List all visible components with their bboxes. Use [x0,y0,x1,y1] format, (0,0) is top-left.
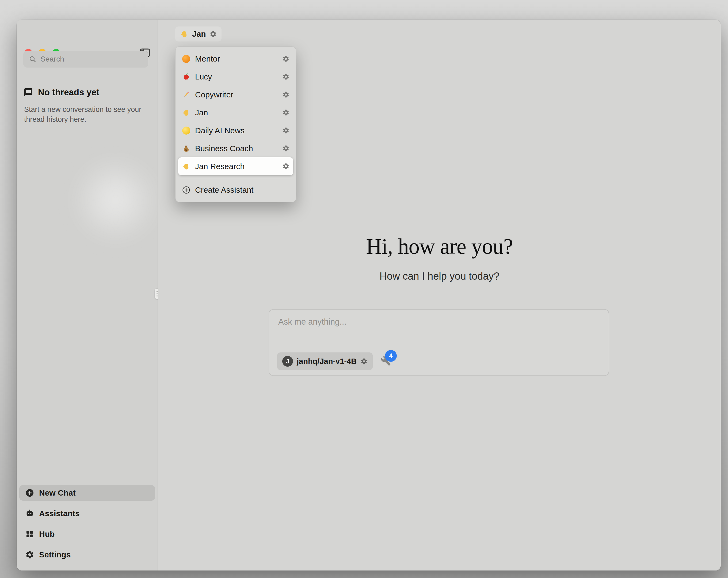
gear-icon[interactable] [282,127,289,134]
search-icon [29,55,37,63]
robot-icon [25,509,34,518]
model-settings-icon[interactable] [360,358,368,365]
composer-toolbar: J janhq/Jan-v1-4B 4 [277,352,391,370]
model-selector[interactable]: J janhq/Jan-v1-4B [277,352,373,370]
plus-circle-icon [25,488,34,498]
gear-icon[interactable] [282,73,289,80]
grid-icon [25,530,34,539]
assistant-settings-icon[interactable] [209,30,217,38]
assistant-menu: Mentor Lucy Copywriter Jan [175,46,296,202]
menu-divider [180,178,292,178]
waving-hand-icon [180,30,189,38]
tools-count-badge: 4 [385,350,397,362]
menu-item-label: Jan Research [195,162,244,171]
main-area: Jan Mentor Lucy Copywriter [158,20,721,571]
menu-item-label: Jan [195,108,208,117]
gear-icon[interactable] [282,55,289,62]
greeting-title: Hi, how are you? [158,234,721,259]
menu-item-label: Copywriter [195,90,233,99]
sidebar-item-assistants[interactable]: Assistants [19,506,155,521]
new-chat-label: New Chat [39,488,76,498]
tools-button[interactable]: 4 [381,356,391,367]
sidebar-decorative-blob [71,155,160,245]
menu-item-business-coach[interactable]: Business Coach [178,140,293,157]
assistant-name: Jan [192,29,206,39]
greeting-subtitle: How can I help you today? [158,271,721,282]
yellow-circle-icon [182,126,190,135]
create-assistant-button[interactable]: Create Assistant [178,181,293,199]
gear-icon[interactable] [282,163,289,170]
menu-item-daily-ai-news[interactable]: Daily AI News [178,122,293,140]
hub-label: Hub [39,530,55,539]
menu-item-lucy[interactable]: Lucy [178,68,293,85]
gear-icon[interactable] [282,109,289,116]
gear-icon [25,550,34,559]
model-avatar: J [282,356,293,367]
desktop-background: No threads yet Start a new conversation … [0,0,728,578]
menu-item-label: Business Coach [195,144,253,153]
gear-icon[interactable] [282,91,289,98]
plus-circle-outline-icon [182,186,190,194]
model-name: janhq/Jan-v1-4B [297,357,357,366]
search-field[interactable] [24,51,148,68]
chat-bubble-icon [24,87,33,97]
gear-icon[interactable] [282,145,289,152]
settings-label: Settings [39,550,71,559]
waving-hand-icon [182,162,190,171]
money-bag-icon [182,144,190,153]
sidebar-item-settings[interactable]: Settings [19,547,155,562]
menu-item-copywriter[interactable]: Copywriter [178,85,293,104]
assistants-label: Assistants [39,509,80,518]
chat-composer: J janhq/Jan-v1-4B 4 [269,309,609,376]
app-window: No threads yet Start a new conversation … [17,20,721,571]
waving-hand-icon [182,108,190,117]
menu-item-jan[interactable]: Jan [178,104,293,122]
pencil-icon [182,91,190,99]
menu-item-label: Daily AI News [195,126,244,135]
create-assistant-label: Create Assistant [195,185,253,195]
orange-circle-icon [182,55,190,63]
new-chat-button[interactable]: New Chat [19,485,155,501]
menu-item-label: Mentor [195,54,220,64]
red-apple-icon [182,73,190,81]
sidebar-nav: New Chat Assistants Hub Settings [19,485,155,562]
search-input[interactable] [41,55,143,64]
empty-state-header: No threads yet [24,87,99,97]
empty-state-description: Start a new conversation to see your thr… [24,105,142,125]
menu-item-label: Lucy [195,72,212,81]
menu-item-mentor[interactable]: Mentor [178,50,293,68]
sidebar: No threads yet Start a new conversation … [17,20,158,571]
message-input[interactable] [278,317,600,340]
assistant-selector[interactable]: Jan [175,26,222,42]
sidebar-item-hub[interactable]: Hub [19,526,155,542]
menu-item-jan-research[interactable]: Jan Research [178,157,293,175]
empty-state-title: No threads yet [38,87,99,97]
